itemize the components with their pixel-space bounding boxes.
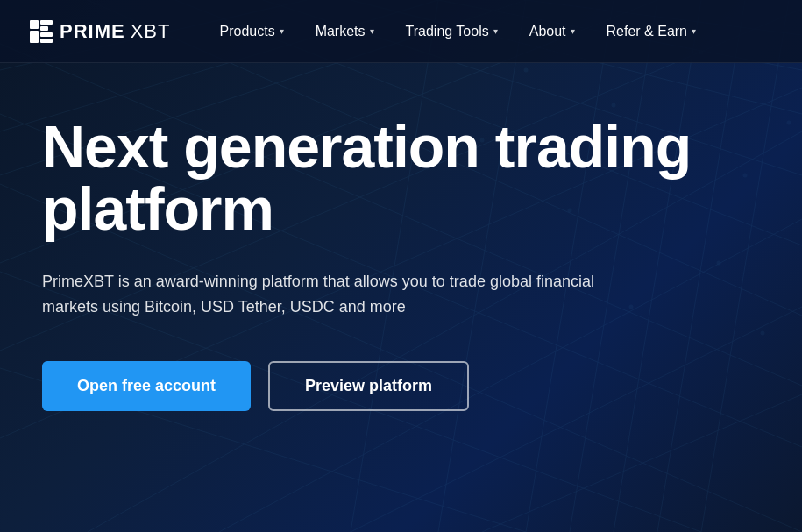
hero-title: Next generation trading platform	[42, 116, 747, 241]
chevron-down-icon: ▾	[493, 26, 498, 36]
nav-item-refer-earn[interactable]: Refer & Earn ▾	[593, 17, 710, 46]
nav-item-about[interactable]: About ▾	[515, 17, 589, 46]
chevron-down-icon: ▾	[280, 26, 284, 36]
nav-links: Products ▾ Markets ▾ Trading Tools ▾ Abo…	[205, 17, 774, 46]
hero-subtitle: PrimeXBT is an award-winning platform th…	[42, 269, 621, 320]
svg-rect-44	[40, 39, 53, 43]
nav-item-trading-tools[interactable]: Trading Tools ▾	[392, 17, 512, 46]
hero-buttons: Open free account Preview platform	[42, 361, 747, 411]
svg-rect-39	[30, 20, 39, 29]
preview-platform-button[interactable]: Preview platform	[268, 361, 469, 411]
chevron-down-icon: ▾	[370, 26, 374, 36]
hero-section: Next generation trading platform PrimeXB…	[0, 63, 789, 453]
svg-rect-42	[30, 31, 39, 43]
svg-rect-41	[40, 26, 48, 31]
navbar: PRIME XBT Products ▾ Markets ▾ Trading T…	[0, 0, 802, 63]
nav-item-markets[interactable]: Markets ▾	[302, 17, 388, 46]
nav-item-products[interactable]: Products ▾	[205, 17, 297, 46]
chevron-down-icon: ▾	[571, 26, 575, 36]
svg-rect-43	[40, 32, 53, 37]
open-account-button[interactable]: Open free account	[42, 361, 251, 411]
logo[interactable]: PRIME XBT	[28, 18, 170, 45]
svg-rect-40	[40, 20, 53, 25]
logo-xbt-text: XBT	[131, 20, 171, 43]
chevron-down-icon: ▾	[692, 26, 696, 36]
logo-prime-text: PRIME	[60, 20, 125, 43]
logo-icon	[28, 18, 54, 45]
